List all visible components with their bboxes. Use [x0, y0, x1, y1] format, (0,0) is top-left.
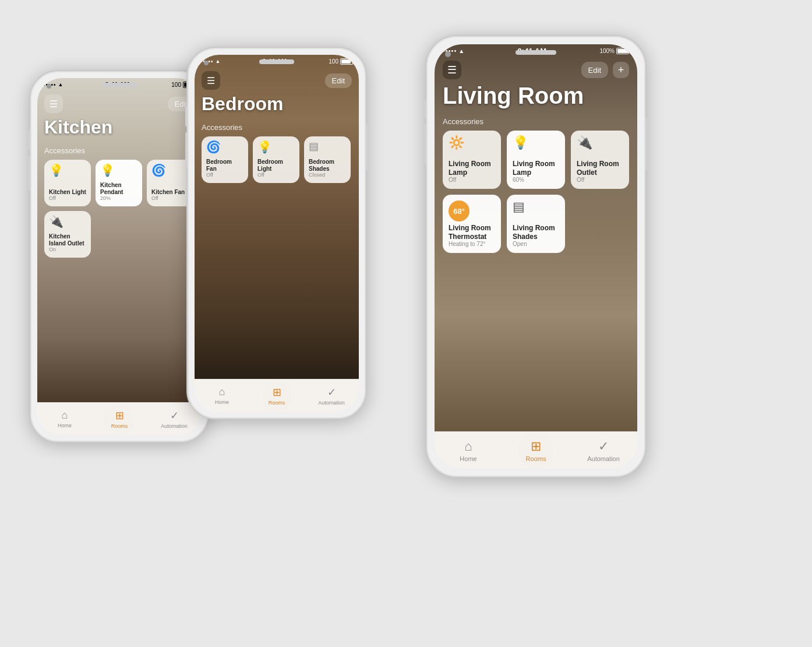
battery-area-bedroom: 100	[329, 58, 353, 65]
speaker	[102, 83, 137, 87]
automation-tab-label-kitchen: Automation	[161, 423, 188, 429]
header-lr: ☰ Edit +	[435, 57, 637, 83]
phone-livingroom: ••••• ▲ 9:41 AM 100% ☰ Edit +	[425, 35, 647, 478]
outlet-icon-lr: 🔌	[577, 136, 623, 149]
home-tab-label-kitchen: Home	[58, 423, 72, 428]
bulb-on-icon: 💡	[100, 164, 137, 176]
tab-rooms-lr[interactable]: ⊞ Rooms	[502, 439, 570, 462]
tile-lr-lamp-off-status: Off	[449, 177, 495, 183]
accessories-label-lr: Accessories	[435, 114, 637, 128]
tile-lr-thermostat-status: Heating to 72°	[449, 241, 495, 247]
automation-tab-label-bedroom: Automation	[318, 400, 345, 406]
scene: ••••• ▲ 9:41 AM 100 ☰ Edit Kitchen	[0, 0, 812, 647]
phone-kitchen: ••••• ▲ 9:41 AM 100 ☰ Edit Kitchen	[29, 70, 210, 443]
tab-automation-kitchen[interactable]: ✓ Automation	[147, 409, 202, 429]
tile-bedroom-light[interactable]: 💡 Bedroom Light Off	[253, 136, 299, 183]
tile-lr-lamp-on[interactable]: 💡 Living Room Lamp 60%	[507, 131, 565, 189]
camera-icon-bedroom	[204, 61, 209, 65]
room-title-lr: Living Room	[435, 83, 637, 114]
menu-button-bedroom[interactable]: ☰	[202, 71, 220, 90]
room-title-bedroom: Bedroom	[195, 93, 359, 119]
room-title-kitchen: Kitchen	[37, 117, 202, 143]
tile-lr-shades-name: Living Room Shades	[513, 224, 559, 241]
tab-home-kitchen[interactable]: ⌂ Home	[37, 409, 92, 428]
wifi-icon: ▲	[58, 82, 63, 87]
tile-kitchen-outlet[interactable]: 🔌 Kitchen Island Outlet On	[44, 211, 91, 258]
menu-button-kitchen[interactable]: ☰	[44, 94, 63, 113]
tab-rooms-bedroom[interactable]: ⊞ Rooms	[249, 386, 304, 406]
tile-kitchen-fan-status: Off	[151, 196, 189, 202]
screen-kitchen: ••••• ▲ 9:41 AM 100 ☰ Edit Kitchen	[37, 78, 202, 435]
battery-label-bedroom: 100	[329, 58, 338, 65]
plus-button-lr[interactable]: +	[613, 62, 629, 78]
thermostat-circle-lr: 68°	[449, 201, 469, 221]
power-button-lr[interactable]	[645, 118, 648, 170]
camera-icon-lr	[445, 51, 451, 57]
tab-home-bedroom[interactable]: ⌂ Home	[195, 386, 249, 405]
tile-kitchen-light-status: Off	[49, 196, 86, 202]
lamp-off-icon-lr: 🔆	[449, 136, 495, 149]
screen-livingroom: ••••• ▲ 9:41 AM 100% ☰ Edit +	[435, 44, 637, 469]
accessories-grid-kitchen: 💡 Kitchen Light Off 💡 Kitchen Pendant 20…	[37, 157, 202, 260]
tile-lr-outlet-name: Living Room Outlet	[577, 160, 623, 177]
volume-button-lr[interactable]	[424, 124, 426, 164]
battery-area-lr: 100%	[599, 48, 629, 54]
header-right-lr: Edit +	[581, 62, 629, 78]
menu-button-lr[interactable]: ☰	[443, 61, 461, 79]
automation-tab-icon-kitchen: ✓	[170, 409, 179, 422]
tile-lr-outlet[interactable]: 🔌 Living Room Outlet Off	[571, 131, 629, 189]
tab-automation-bedroom[interactable]: ✓ Automation	[304, 386, 359, 406]
automation-tab-icon-lr: ✓	[598, 439, 609, 454]
bulb-icon-bedroom: 💡	[257, 141, 295, 153]
tab-home-lr[interactable]: ⌂ Home	[435, 439, 502, 462]
volume-button-bedroom[interactable]	[185, 132, 188, 167]
tile-kitchen-light[interactable]: 💡 Kitchen Light Off	[44, 160, 91, 206]
volume-button[interactable]	[28, 156, 30, 191]
fan-icon-bedroom: 🌀	[206, 141, 243, 153]
tile-lr-lamp-on-name: Living Room Lamp	[513, 160, 559, 177]
bedroom-content: ••••• ▲ 9:41 AM 100 ☰ Edit Bedroom Acces…	[195, 55, 359, 412]
bulb-on-icon-lr: 💡	[513, 136, 559, 149]
rooms-tab-icon-kitchen: ⊞	[115, 409, 124, 422]
tile-kitchen-pendant[interactable]: 💡 Kitchen Pendant 20%	[96, 160, 142, 206]
battery-label-lr: 100%	[599, 48, 615, 54]
edit-button-bedroom[interactable]: Edit	[325, 73, 352, 88]
edit-button-lr[interactable]: Edit	[581, 62, 608, 78]
tile-bedroom-shades-status: Closed	[309, 173, 346, 178]
kitchen-content: ••••• ▲ 9:41 AM 100 ☰ Edit Kitchen	[37, 78, 202, 435]
tile-bedroom-light-name: Bedroom Light	[257, 159, 295, 173]
tile-bedroom-shades[interactable]: ▤ Bedroom Shades Closed	[304, 136, 351, 183]
livingroom-content: ••••• ▲ 9:41 AM 100% ☰ Edit +	[435, 44, 637, 469]
tile-lr-shades[interactable]: ▤ Living Room Shades Open	[507, 195, 565, 253]
accessories-grid-bedroom: 🌀 Bedroom Fan Off 💡 Bedroom Light Off	[195, 134, 359, 185]
automation-tab-icon-bedroom: ✓	[327, 386, 336, 399]
tab-automation-lr[interactable]: ✓ Automation	[570, 439, 637, 462]
mute-button-bedroom[interactable]	[185, 106, 188, 126]
tile-lr-lamp-on-status: 60%	[513, 177, 559, 183]
screen-bedroom: ••••• ▲ 9:41 AM 100 ☰ Edit Bedroom Acces…	[195, 55, 359, 412]
shades-icon-lr: ▤	[513, 201, 559, 213]
power-button-bedroom[interactable]	[366, 124, 368, 170]
rooms-tab-label-kitchen: Rooms	[111, 423, 128, 429]
home-tab-icon-lr: ⌂	[464, 439, 472, 454]
tile-lr-thermostat[interactable]: 68° Living Room Thermostat Heating to 72…	[443, 195, 501, 253]
battery-icon-bedroom	[340, 58, 353, 65]
tile-lr-lamp-off[interactable]: 🔆 Living Room Lamp Off	[443, 131, 501, 189]
tile-bedroom-light-status: Off	[257, 173, 295, 178]
tab-rooms-kitchen[interactable]: ⊞ Rooms	[92, 409, 147, 429]
tile-bedroom-fan-status: Off	[206, 173, 243, 178]
tile-lr-shades-status: Open	[513, 241, 559, 247]
automation-tab-label-lr: Automation	[587, 455, 620, 462]
mute-button-lr[interactable]	[424, 100, 426, 118]
home-tab-label-lr: Home	[460, 455, 476, 462]
tile-kitchen-outlet-status: On	[49, 247, 86, 253]
mute-button[interactable]	[28, 129, 30, 150]
home-tab-icon-bedroom: ⌂	[219, 386, 225, 398]
battery-label-kitchen: 100	[171, 82, 181, 88]
accessories-label-bedroom: Accessories	[195, 119, 359, 134]
fan-off-icon: 🌀	[151, 164, 189, 176]
rooms-tab-icon-lr: ⊞	[531, 439, 541, 454]
tab-bar-bedroom: ⌂ Home ⊞ Rooms ✓ Automation	[195, 379, 359, 412]
tile-bedroom-fan[interactable]: 🌀 Bedroom Fan Off	[202, 136, 248, 183]
speaker-lr	[516, 50, 556, 55]
